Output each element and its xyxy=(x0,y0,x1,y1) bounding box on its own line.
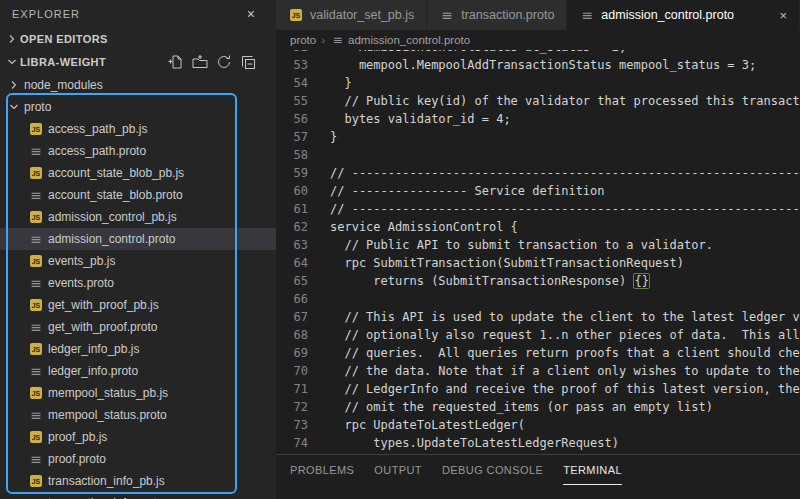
code-text: rpc UpdateToLatestLedger( xyxy=(308,416,525,434)
panel-tab-label: TERMINAL xyxy=(563,464,622,476)
code-line[interactable]: 62 service AdmissionControl { xyxy=(276,218,800,236)
file-row[interactable]: ledger_info.proto xyxy=(0,360,276,382)
code-line[interactable]: 68 // optionally also request 1..n other… xyxy=(276,326,800,344)
chevron-right-icon xyxy=(4,31,20,47)
line-number: 62 xyxy=(276,218,308,236)
panel-tab[interactable]: TERMINAL xyxy=(563,455,622,485)
file-row[interactable]: proof.proto xyxy=(0,448,276,470)
file-type-icon xyxy=(28,429,44,445)
line-number: 68 xyxy=(276,326,308,344)
editor-tab[interactable]: validator_set_pb.js xyxy=(276,0,427,30)
workspace-section[interactable]: LIBRA-WEIGHT xyxy=(0,50,276,74)
code-text: rpc SubmitTransaction(SubmitTransactionR… xyxy=(308,254,684,272)
code-text: // the data. Note that if a client only … xyxy=(308,362,800,380)
file-row[interactable]: events_pb.js xyxy=(0,250,276,272)
folder-proto[interactable]: proto xyxy=(0,96,276,118)
file-type-icon xyxy=(28,407,44,423)
editor-tab[interactable]: transaction.proto xyxy=(427,0,567,30)
file-row[interactable]: account_state_blob.proto xyxy=(0,184,276,206)
file-row[interactable]: transaction_info_pb.js xyxy=(0,470,276,492)
file-type-icon xyxy=(28,385,44,401)
file-row[interactable]: mempool_status_pb.js xyxy=(0,382,276,404)
bottom-panel: PROBLEMS OUTPUT DEBUG CONSOLE TERMINAL xyxy=(276,454,800,499)
open-editors-section[interactable]: OPEN EDITORS xyxy=(0,28,276,50)
code-line[interactable]: 56 bytes validator_id = 4; xyxy=(276,110,800,128)
code-text: returns (SubmitTransactionResponse) xyxy=(308,272,633,290)
file-row[interactable]: get_with_proof.proto xyxy=(0,316,276,338)
tab-label: admission_control.proto xyxy=(601,8,734,22)
file-type-icon xyxy=(28,121,44,137)
code-line[interactable]: 70 // the data. Note that if a client on… xyxy=(276,362,800,380)
file-type-icon xyxy=(28,363,44,379)
breadcrumb-folder[interactable]: proto xyxy=(290,34,316,46)
file-row[interactable]: access_path_pb.js xyxy=(0,118,276,140)
code-line[interactable]: 69 // queries. All queries return proofs… xyxy=(276,344,800,362)
file-type-icon xyxy=(28,231,44,247)
collapse-all-icon[interactable] xyxy=(240,54,256,70)
code-line[interactable]: 59 // ----------------------------------… xyxy=(276,164,800,182)
line-number: 74 xyxy=(276,434,308,452)
code-line[interactable]: 61 // ----------------------------------… xyxy=(276,200,800,218)
file-name: admission_control_pb.js xyxy=(48,210,177,224)
file-name: access_path.proto xyxy=(48,144,146,158)
code-text: // LedgerInfo and receive the proof of t… xyxy=(308,380,800,398)
file-row[interactable]: admission_control_pb.js xyxy=(0,206,276,228)
line-number: 69 xyxy=(276,344,308,362)
code-text: types.UpdateToLatestLedgerRequest) xyxy=(308,434,619,452)
code-text: // queries. All queries return proofs th… xyxy=(308,344,800,362)
tab-bar: validator_set_pb.js transaction.proto ad… xyxy=(276,0,800,30)
line-number: 71 xyxy=(276,380,308,398)
chevron-down-icon xyxy=(6,99,22,115)
file-name: proof_pb.js xyxy=(48,430,107,444)
file-row[interactable]: ledger_info_pb.js xyxy=(0,338,276,360)
close-icon[interactable]: × xyxy=(247,7,256,21)
file-row[interactable]: access_path.proto xyxy=(0,140,276,162)
new-folder-icon[interactable] xyxy=(192,54,208,70)
line-number: 64 xyxy=(276,254,308,272)
code-line[interactable]: 58 xyxy=(276,146,800,164)
panel-tab[interactable]: DEBUG CONSOLE xyxy=(442,455,543,485)
file-type-icon xyxy=(28,341,44,357)
panel-tab[interactable]: PROBLEMS xyxy=(290,455,354,485)
code-text: // Public key(id) of the validator that … xyxy=(308,92,800,110)
file-row[interactable]: admission_control.proto xyxy=(0,228,276,250)
code-line[interactable]: 67 // This API is used to update the cli… xyxy=(276,308,800,326)
code-line[interactable]: 65 returns (SubmitTransactionResponse) {… xyxy=(276,272,800,290)
code-editor[interactable]: 52 AdmissionControlStatus ac_status = 2;… xyxy=(276,50,800,454)
new-file-icon[interactable] xyxy=(168,54,184,70)
code-line[interactable]: 60 // ---------------- Service definitio… xyxy=(276,182,800,200)
file-row[interactable]: account_state_blob_pb.js xyxy=(0,162,276,184)
explorer-sidebar: EXPLORER × OPEN EDITORS LIBRA-WEIGHT xyxy=(0,0,276,499)
editor-tab[interactable]: admission_control.proto × xyxy=(567,0,800,30)
code-line[interactable]: 71 // LedgerInfo and receive the proof o… xyxy=(276,380,800,398)
file-row[interactable]: get_with_proof_pb.js xyxy=(0,294,276,316)
file-name: mempool_status.proto xyxy=(48,408,167,422)
file-type-icon xyxy=(28,319,44,335)
file-row[interactable]: events.proto xyxy=(0,272,276,294)
code-line[interactable]: 66 xyxy=(276,290,800,308)
code-line[interactable]: 55 // Public key(id) of the validator th… xyxy=(276,92,800,110)
file-row[interactable]: proof_pb.js xyxy=(0,426,276,448)
folder-node-modules[interactable]: node_modules xyxy=(0,74,276,96)
code-line[interactable]: 63 // Public API to submit transaction t… xyxy=(276,236,800,254)
tab-close-icon[interactable]: × xyxy=(779,9,787,22)
panel-tab[interactable]: OUTPUT xyxy=(374,455,422,485)
file-name: proof.proto xyxy=(48,452,106,466)
code-line[interactable]: 57 } xyxy=(276,128,800,146)
code-line[interactable]: 64 rpc SubmitTransaction(SubmitTransacti… xyxy=(276,254,800,272)
file-row[interactable]: transaction_info.proto xyxy=(0,492,276,499)
open-editors-label: OPEN EDITORS xyxy=(20,33,108,45)
file-name: ledger_info.proto xyxy=(48,364,138,378)
breadcrumb: proto › admission_control.proto xyxy=(276,30,800,50)
file-row[interactable]: mempool_status.proto xyxy=(0,404,276,426)
code-text: } xyxy=(308,128,337,146)
line-number: 67 xyxy=(276,308,308,326)
code-line[interactable]: 54 } xyxy=(276,74,800,92)
refresh-icon[interactable] xyxy=(216,54,232,70)
code-line[interactable]: 53 mempool.MempoolAddTransactionStatus m… xyxy=(276,56,800,74)
breadcrumb-file[interactable]: admission_control.proto xyxy=(348,34,470,46)
line-number: 55 xyxy=(276,92,308,110)
code-line[interactable]: 72 // omit the requested_items (or pass … xyxy=(276,398,800,416)
code-line[interactable]: 74 types.UpdateToLatestLedgerRequest) xyxy=(276,434,800,452)
code-line[interactable]: 73 rpc UpdateToLatestLedger( xyxy=(276,416,800,434)
